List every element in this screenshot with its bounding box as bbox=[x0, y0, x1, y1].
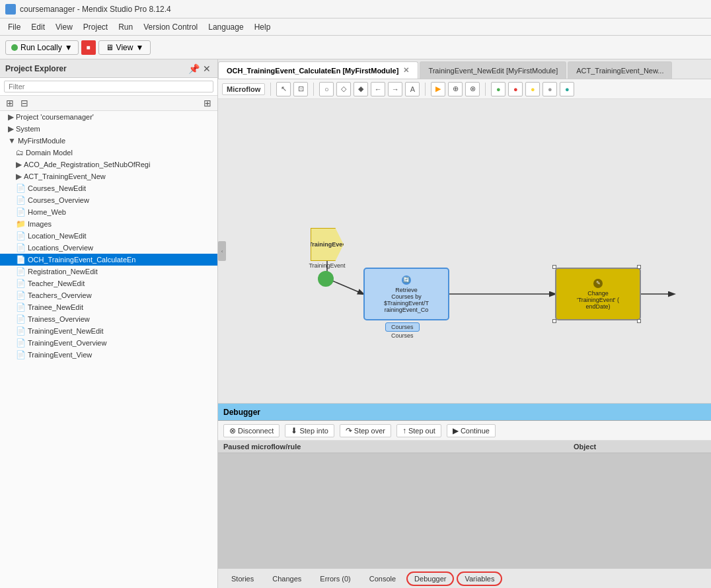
arrow-right-tool[interactable]: → bbox=[388, 82, 402, 96]
run-locally-button[interactable]: Run Locally ▼ bbox=[5, 40, 79, 55]
tree-item-icon: 📄 bbox=[16, 326, 26, 336]
tree-item[interactable]: 📄Location_NewEdit bbox=[0, 230, 217, 242]
circle-tool[interactable]: ○ bbox=[319, 82, 334, 96]
menu-project[interactable]: Project bbox=[78, 20, 113, 34]
run-locally-label: Run Locally bbox=[20, 43, 62, 52]
diamond-right-tool[interactable]: ◆ bbox=[354, 82, 368, 96]
bottom-tab[interactable]: Variables bbox=[457, 571, 502, 586]
tree-item[interactable]: 📄Trainee_NewEdit bbox=[0, 301, 217, 313]
debugger-table-header: Paused microflow/rule Object bbox=[218, 441, 711, 453]
tree-item-label: ACT_TrainingEvent_New bbox=[24, 172, 106, 180]
explorer-grid-icon[interactable]: ⊞ bbox=[202, 97, 213, 109]
tab-label: OCH_TrainingEvent_CalculateEn [MyFirstMo… bbox=[227, 67, 398, 75]
expand-all-icon[interactable]: ⊞ bbox=[4, 97, 16, 109]
start-node[interactable] bbox=[318, 271, 334, 287]
disconnect-button[interactable]: ⊗ Disconnect bbox=[223, 424, 280, 437]
menu-help[interactable]: Help bbox=[249, 20, 276, 34]
continue-label: Continue bbox=[461, 427, 490, 435]
diamond-left-tool[interactable]: ◇ bbox=[336, 82, 351, 96]
handle-bl[interactable] bbox=[552, 319, 556, 323]
tree-item-label: TrainingEvent_Overview bbox=[28, 339, 106, 347]
editor-tab[interactable]: OCH_TrainingEvent_CalculateEn [MyFirstMo… bbox=[218, 61, 418, 79]
tree-item[interactable]: 📄Teacher_NewEdit bbox=[0, 277, 217, 289]
intermediate-tool[interactable]: ⊕ bbox=[448, 82, 463, 96]
bottom-tab[interactable]: Console bbox=[361, 572, 404, 585]
view-button[interactable]: 🖥 View ▼ bbox=[98, 40, 151, 55]
step-over-button[interactable]: ↷ Step over bbox=[340, 424, 391, 437]
editor-tab[interactable]: TrainingEvent_NewEdit [MyFirstModule] bbox=[420, 61, 566, 79]
text-tool[interactable]: A bbox=[405, 82, 420, 96]
explorer-pin-icon[interactable]: 📌 bbox=[188, 63, 199, 74]
menu-edit[interactable]: Edit bbox=[26, 20, 50, 34]
menu-file[interactable]: File bbox=[3, 20, 26, 34]
tree-item[interactable]: 📄Trainess_Overview bbox=[0, 313, 217, 325]
tree-item[interactable]: 📄Courses_Overview bbox=[0, 194, 217, 206]
event-shape: TrainingEvent bbox=[311, 228, 344, 261]
red-circle-tool[interactable]: ● bbox=[508, 82, 523, 96]
tree-item-icon: 📄 bbox=[16, 196, 26, 205]
green-circle-tool[interactable]: ● bbox=[491, 82, 505, 96]
step-out-button[interactable]: ↑ Step out bbox=[396, 424, 441, 437]
bottom-tab[interactable]: Changes bbox=[264, 572, 309, 585]
change-activity[interactable]: ✎ Change'TrainingEvent' (endDate) bbox=[555, 268, 641, 320]
step-out-icon: ↑ bbox=[402, 426, 406, 435]
change-icon-symbol: ✎ bbox=[596, 280, 601, 286]
tree-item[interactable]: 🗂Domain Model bbox=[0, 147, 217, 159]
tree-item[interactable]: ▶Project 'coursemanager' bbox=[0, 111, 217, 123]
step-into-button[interactable]: ⬇ Step into bbox=[285, 424, 334, 437]
training-event-node[interactable]: TrainingEvent TrainingEvent bbox=[297, 228, 357, 269]
tree-item[interactable]: 📄OCH_TrainingEvent_CalculateEn bbox=[0, 254, 217, 266]
tree-item[interactable]: ▶ACO_Ade_Registration_SetNubOfRegi bbox=[0, 159, 217, 170]
tree-item[interactable]: ▶System bbox=[0, 123, 217, 135]
explorer-close-icon[interactable]: ✕ bbox=[202, 63, 212, 74]
menu-language[interactable]: Language bbox=[203, 20, 248, 34]
menu-bar: File Edit View Project Run Version Contr… bbox=[0, 18, 711, 36]
tree-item[interactable]: 📄Locations_Overview bbox=[0, 242, 217, 254]
tree-item[interactable]: 📄TrainingEvent_Overview bbox=[0, 337, 217, 349]
tree-item[interactable]: 📄Courses_NewEdit bbox=[0, 182, 217, 194]
teal-circle-tool[interactable]: ● bbox=[560, 82, 574, 96]
collapse-all-icon[interactable]: ⊟ bbox=[19, 97, 30, 109]
tree-item[interactable]: 📄Registration_NewEdit bbox=[0, 266, 217, 277]
start-event-tool[interactable]: ▶ bbox=[431, 82, 445, 96]
right-panel: OCH_TrainingEvent_CalculateEn [MyFirstMo… bbox=[218, 59, 711, 588]
tree-item-icon: 🗂 bbox=[16, 148, 24, 157]
tree-item[interactable]: 📁Images bbox=[0, 218, 217, 230]
microflow-label: Microflow bbox=[222, 83, 265, 95]
select-all-tool[interactable]: ⊡ bbox=[293, 82, 308, 96]
menu-run[interactable]: Run bbox=[113, 20, 138, 34]
bottom-tabs: StoriesChangesErrors (0)ConsoleDebuggerV… bbox=[218, 568, 711, 588]
cursor-tool[interactable]: ↖ bbox=[276, 82, 291, 96]
step-over-label: Step over bbox=[354, 427, 385, 435]
tree-item-icon: 📄 bbox=[16, 231, 26, 240]
bottom-tab[interactable]: Debugger bbox=[406, 571, 454, 586]
tree-item-label: Courses_NewEdit bbox=[28, 184, 86, 192]
tree-item[interactable]: 📄TrainingEvent_NewEdit bbox=[0, 325, 217, 337]
tree-item[interactable]: ▼MyFirstModule bbox=[0, 135, 217, 147]
menu-view[interactable]: View bbox=[50, 20, 78, 34]
tree-item[interactable]: ▶ACT_TrainingEvent_New bbox=[0, 170, 217, 182]
run-locally-dropdown-arrow[interactable]: ▼ bbox=[65, 43, 73, 52]
editor-tab[interactable]: ACT_TrainingEvent_New... bbox=[568, 61, 672, 79]
microflow-toolbar: Microflow ↖ ⊡ ○ ◇ ◆ ← → A ▶ ⊕ ⊗ ● ● ● ● … bbox=[218, 79, 711, 99]
gray-circle-tool[interactable]: ● bbox=[543, 82, 557, 96]
explorer-title: Project Explorer bbox=[5, 64, 67, 73]
continue-button[interactable]: ▶ Continue bbox=[447, 424, 496, 437]
yellow-circle-tool[interactable]: ● bbox=[525, 82, 540, 96]
canvas-area[interactable]: TrainingEvent TrainingEvent 🔄 RetrieveCo… bbox=[218, 99, 711, 403]
tree-item[interactable]: 📄Home_Web bbox=[0, 206, 217, 218]
handle-tl[interactable] bbox=[552, 265, 556, 269]
bottom-tab[interactable]: Errors (0) bbox=[312, 572, 358, 585]
menu-version-control[interactable]: Version Control bbox=[138, 20, 203, 34]
stop-button[interactable]: ■ bbox=[81, 40, 96, 55]
arrow-left-tool[interactable]: ← bbox=[371, 82, 385, 96]
tree-item[interactable]: 📄TrainingEvent_View bbox=[0, 349, 217, 361]
tab-close-icon[interactable]: ✕ bbox=[402, 66, 410, 75]
end-event-tool[interactable]: ⊗ bbox=[465, 82, 480, 96]
tree-item[interactable]: 📄Teachers_Overview bbox=[0, 289, 217, 301]
retrieve-activity[interactable]: 🔄 RetrieveCourses by$TrainingEvent/Train… bbox=[363, 268, 449, 320]
debugger-header: Debugger bbox=[218, 404, 711, 421]
canvas-scroll-left[interactable]: ‹ bbox=[218, 241, 226, 261]
explorer-search-input[interactable] bbox=[4, 81, 213, 92]
bottom-tab[interactable]: Stories bbox=[223, 572, 262, 585]
